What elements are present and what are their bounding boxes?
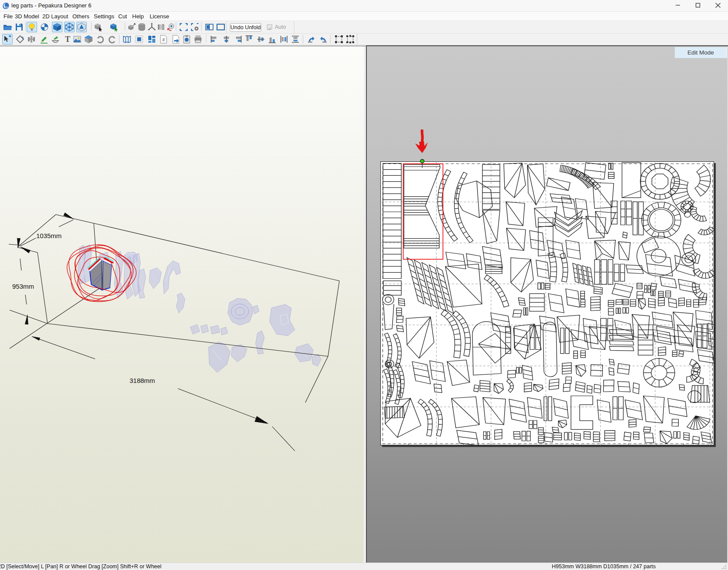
svg-text:T: T <box>65 35 70 44</box>
svg-text:3188mm: 3188mm <box>130 377 155 384</box>
svg-text:#: # <box>162 38 165 42</box>
svg-text:1035mm: 1035mm <box>36 232 62 239</box>
svg-text:953mm: 953mm <box>12 283 34 290</box>
